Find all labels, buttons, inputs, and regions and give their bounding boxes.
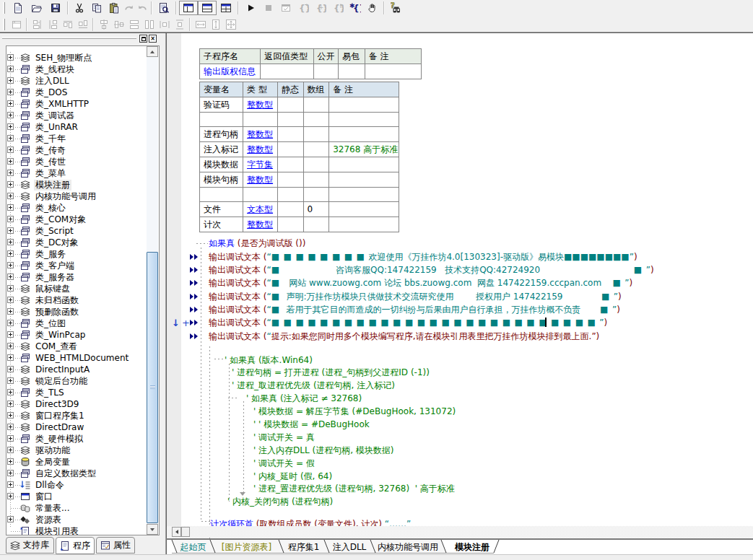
table-cell[interactable]	[329, 188, 399, 202]
tree-item-类_线程块[interactable]: 类_线程块	[6, 64, 147, 75]
table-cell[interactable]	[303, 157, 329, 172]
table-cell[interactable]	[329, 172, 399, 188]
table-cell[interactable]	[329, 217, 399, 232]
h-scrollbar-thumb[interactable]	[181, 527, 190, 537]
undo-button[interactable]	[136, 1, 149, 15]
scroll-left-button[interactable]	[172, 527, 181, 537]
table-cell[interactable]: 验证码	[200, 97, 243, 113]
tree-expand-button[interactable]	[7, 447, 14, 453]
tree-item-类_位图[interactable]: 类_位图	[6, 318, 147, 329]
tree-expand-button[interactable]	[7, 135, 14, 141]
toolbar-grip[interactable]	[3, 19, 5, 30]
table-cell[interactable]	[329, 113, 399, 127]
table-cell[interactable]: 32768 高于标准	[329, 142, 399, 157]
table-cell[interactable]	[277, 157, 303, 172]
scroll-up-button[interactable]	[147, 46, 158, 57]
form-designer-button[interactable]	[9, 17, 24, 32]
align-right-button[interactable]	[45, 17, 60, 32]
tree-item-类_服务[interactable]: 类_服务	[6, 248, 147, 260]
table-cell[interactable]	[329, 157, 399, 172]
center-vert-button[interactable]	[111, 17, 126, 32]
scrollbar-thumb[interactable]	[147, 252, 158, 523]
tree-item-窗口[interactable]: 窗口	[6, 491, 147, 502]
tree-item-SEH_物理断点[interactable]: SEH_物理断点	[6, 52, 147, 64]
tree-expand-button[interactable]	[7, 458, 14, 465]
tree-item-WEB_HTMLDocument[interactable]: WEB_HTMLDocument	[6, 352, 147, 364]
table-cell[interactable]: 整数型	[243, 142, 278, 157]
table-cell[interactable]	[200, 188, 243, 202]
tree-expand-button[interactable]	[7, 366, 14, 372]
tree-item-类_传奇[interactable]: 类_传奇	[6, 144, 147, 156]
tree-item-预删除函数[interactable]: 预删除函数	[6, 306, 147, 318]
tree-item-锁定后台功能[interactable]: 锁定后台功能	[6, 375, 147, 387]
tree-expand-button[interactable]	[7, 412, 14, 419]
tree-item-自定义数据类型[interactable]: 自定义数据类型	[6, 468, 147, 479]
table-cell[interactable]	[243, 113, 278, 127]
tree-expand-button[interactable]	[7, 112, 14, 118]
tree-item-类_UnRAR[interactable]: 类_UnRAR	[6, 121, 147, 133]
table-cell[interactable]	[329, 202, 399, 217]
tree-item-窗口程序集1[interactable]: 窗口程序集1	[6, 410, 147, 421]
panel-tab-支持库[interactable]: 支持库	[6, 537, 54, 554]
table-cell[interactable]	[200, 113, 243, 127]
panel-close-button[interactable]: ×	[149, 35, 157, 43]
table-cell[interactable]: 模块句柄	[200, 172, 243, 188]
tree-expand-button[interactable]	[7, 389, 14, 395]
tree-item-DirectDraw[interactable]: DirectDraw	[6, 421, 147, 433]
tree-expand-button[interactable]	[7, 123, 14, 130]
debug-window-button[interactable]	[277, 1, 295, 15]
table-cell[interactable]	[365, 64, 421, 79]
project-tree[interactable]: SEH_物理断点类_线程块注入DLL类_DOS类_XMLHTTP类_调试器类_U…	[6, 45, 160, 535]
tree-item-未归档函数[interactable]: 未归档函数	[6, 294, 147, 306]
tree-item-类_千年[interactable]: 类_千年	[6, 133, 147, 144]
tree-expand-button[interactable]	[7, 204, 14, 211]
table-cell[interactable]: 整数型	[243, 172, 278, 188]
tree-expand-button[interactable]	[7, 262, 14, 268]
fit-both-button[interactable]	[223, 17, 238, 32]
table-cell[interactable]: 输出版权信息	[200, 64, 261, 79]
tree-scrollbar[interactable]	[147, 46, 158, 535]
copy-button[interactable]	[88, 1, 105, 15]
tree-item-鼠标键盘[interactable]: 鼠标键盘	[6, 283, 147, 294]
tree-expand-button[interactable]	[7, 193, 14, 199]
align-bottom-button[interactable]	[75, 17, 90, 32]
tree-expand-button[interactable]	[7, 481, 14, 488]
table-cell[interactable]	[277, 97, 303, 113]
tree-item-类_Script[interactable]: 类_Script	[6, 225, 147, 237]
table-cell[interactable]	[277, 188, 303, 202]
tree-expand-button[interactable]	[7, 435, 14, 442]
tree-item-注入DLL[interactable]: 注入DLL	[6, 75, 147, 87]
editor-panel[interactable]: 子程序名返回值类型公开易包备 注输出版权信息 变量名类 型静态数组备 注验证码整…	[165, 33, 753, 560]
redo-button[interactable]	[123, 1, 136, 15]
tree-item-类_WinPcap[interactable]: 类_WinPcap	[6, 329, 147, 341]
tree-item-类_传世[interactable]: 类_传世	[6, 156, 147, 167]
align-top-button[interactable]	[60, 17, 75, 32]
space-horz-button[interactable]	[157, 17, 172, 32]
tree-expand-button[interactable]	[7, 297, 14, 303]
tree-expand-button[interactable]	[7, 227, 14, 234]
tree-item-内核功能号调用[interactable]: 内核功能号调用	[6, 191, 147, 202]
step-over-button[interactable]: {}+	[312, 1, 329, 15]
tree-item-驱动功能[interactable]: 驱动功能	[6, 445, 147, 456]
tree-item-模块引用表[interactable]: 模块引用表	[6, 525, 147, 535]
subroutine-table[interactable]: 子程序名返回值类型公开易包备 注输出版权信息	[199, 48, 422, 79]
variable-table[interactable]: 变量名类 型静态数组备 注验证码整数型进程句柄整数型注入标记整数型32768 高…	[199, 82, 399, 232]
tree-item-类_核心[interactable]: 类_核心	[6, 202, 147, 214]
tree-item-Dll命令[interactable]: Dll命令	[6, 479, 147, 491]
tree-expand-button[interactable]	[7, 401, 14, 407]
tree-expand-button[interactable]	[7, 239, 14, 245]
tree-item-Direct3D9[interactable]: Direct3D9	[6, 398, 147, 410]
tree-expand-button[interactable]	[7, 354, 14, 361]
stop-button[interactable]	[260, 1, 277, 15]
document-tabs[interactable]: 起始页[图片资源表]程序集1注入DLL内核功能号调用模块注册	[166, 539, 753, 554]
table-cell[interactable]: 整数型	[243, 127, 278, 142]
horizontal-scrollbar[interactable]	[167, 526, 753, 538]
table-cell[interactable]	[303, 188, 329, 202]
view-grid-button[interactable]	[217, 1, 235, 15]
view-output-button[interactable]	[198, 1, 217, 15]
align-left-button[interactable]	[30, 17, 45, 32]
table-cell[interactable]	[277, 217, 303, 232]
tree-item-类_XMLHTTP[interactable]: 类_XMLHTTP	[6, 98, 147, 110]
tree-expand-button[interactable]	[7, 100, 14, 107]
tree-item-类_TLS[interactable]: 类_TLS	[6, 387, 147, 398]
